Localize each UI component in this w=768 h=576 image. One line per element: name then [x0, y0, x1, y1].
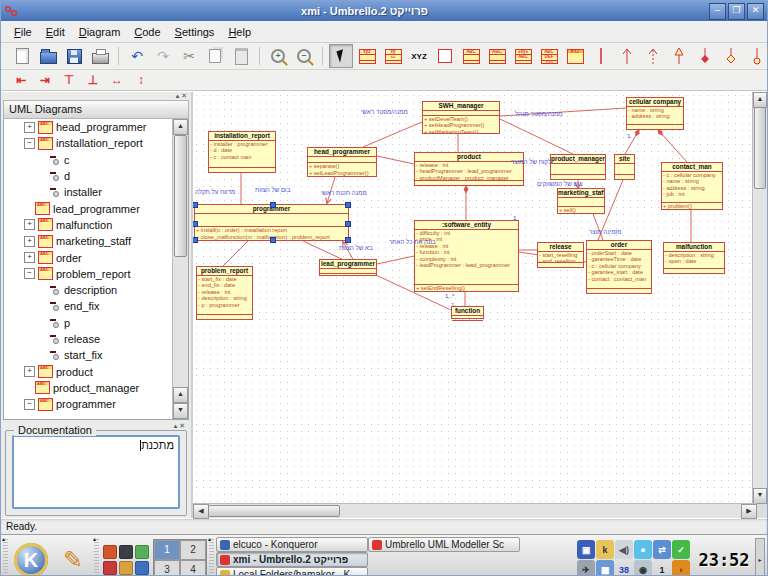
menu-help[interactable]: Help: [221, 24, 258, 40]
selection-handle[interactable]: [345, 237, 351, 243]
home-icon[interactable]: [103, 545, 117, 559]
applet-handle[interactable]: [3, 539, 8, 576]
tree-item-end_fix[interactable]: end_fix: [4, 298, 173, 314]
uml-class-problem_report[interactable]: problem_report- start_fix : date- end_fi…: [196, 266, 253, 320]
generalization-button[interactable]: [667, 44, 691, 68]
tree-item-c[interactable]: c: [4, 152, 173, 168]
tree-item-lead_programmer[interactable]: lead_programmer: [4, 200, 173, 216]
dock-close-icon[interactable]: ✕: [179, 422, 185, 429]
tree-item-product_manager[interactable]: product_manager: [4, 380, 173, 396]
selection-handle[interactable]: [345, 202, 351, 208]
task-umbrello[interactable]: xmi - Umbrello.2 פרוייקט: [216, 552, 368, 567]
undo-button[interactable]: ↶: [125, 44, 149, 68]
uml-class-release[interactable]: release- start_reselling- end_reselling: [537, 242, 584, 268]
dock-float-icon[interactable]: ▴: [174, 422, 178, 429]
kteatime-icon[interactable]: [119, 561, 133, 575]
tree-item-problem_report[interactable]: −problem_report: [4, 266, 173, 282]
task-umbrello[interactable]: Umbrello UML Modeller Sc: [368, 537, 520, 552]
uml-class-cellularcompany[interactable]: cellular company- name : string- address…: [626, 97, 684, 130]
canvas-vscrollbar[interactable]: ▲ ▼: [752, 92, 767, 504]
close-button[interactable]: ✕: [747, 3, 764, 20]
menu-diagram[interactable]: Diagram: [72, 24, 128, 40]
tree-item-head_programmer[interactable]: +head_programmer: [4, 119, 173, 135]
align-left-button[interactable]: ⇤: [11, 72, 31, 88]
align-top-button[interactable]: ⊤: [59, 72, 79, 88]
titlebar[interactable]: xmi - Umbrello.2 פרוייקט – ❐ ✕: [1, 1, 767, 21]
select-cursor-button[interactable]: [329, 44, 353, 68]
collapse-icon[interactable]: −: [24, 268, 35, 279]
kopete-icon[interactable]: ●: [634, 540, 652, 559]
interface-abc-button[interactable]: "ABC": [485, 44, 509, 68]
tree-item-description[interactable]: description: [4, 282, 173, 298]
redo-button[interactable]: ↷: [151, 44, 175, 68]
applet-handle[interactable]: [94, 539, 99, 576]
documentation-input[interactable]: מתכנת: [12, 435, 180, 509]
tree-item-installation_report[interactable]: −installation_report: [4, 135, 173, 151]
expand-icon[interactable]: +: [24, 236, 35, 247]
juk-icon[interactable]: ◗: [672, 560, 690, 576]
selection-handle[interactable]: [345, 221, 351, 227]
badge-38-icon[interactable]: 38: [615, 560, 633, 576]
selection-handle[interactable]: [193, 202, 198, 208]
keyboard-flag-icon[interactable]: ▣: [577, 540, 595, 559]
cd-player-icon[interactable]: ◉: [634, 560, 652, 576]
association-button[interactable]: [589, 44, 613, 68]
new-file-button[interactable]: [10, 44, 34, 68]
kpilot-icon[interactable]: ✈: [577, 560, 595, 576]
association-line[interactable]: [223, 241, 248, 266]
uml-class-function[interactable]: function: [451, 306, 484, 319]
uml-class-head_programmer[interactable]: head_programmer+ separate()+ setLeadProg…: [307, 147, 377, 177]
menu-file[interactable]: File: [7, 24, 39, 40]
tree-item-order[interactable]: +order: [4, 249, 173, 265]
tree-item-marketing_staff[interactable]: +marketing_staff: [4, 233, 173, 249]
scroll-up-icon[interactable]: ▲: [173, 387, 188, 403]
update-check-icon[interactable]: ✓: [672, 540, 690, 559]
align-bottom-button[interactable]: ⊥: [83, 72, 103, 88]
composition-button[interactable]: [693, 44, 717, 68]
tree-item-release[interactable]: release: [4, 331, 173, 347]
tree-item-product[interactable]: +product: [4, 363, 173, 379]
tree-scrollbar[interactable]: ▲ ▲ ▼: [172, 119, 188, 419]
enum-list-button[interactable]: ABCDEF123: [537, 44, 561, 68]
tree-item-start_fix[interactable]: start_fix: [4, 347, 173, 363]
uml-class-order[interactable]: order- orderStart : date- garanteeTime :…: [586, 240, 652, 294]
selection-handle[interactable]: [193, 221, 198, 227]
tree-item-installer[interactable]: installer: [4, 184, 173, 200]
print-button[interactable]: [88, 44, 112, 68]
desktop-4[interactable]: 4: [180, 560, 206, 576]
applet-handle[interactable]: [209, 539, 214, 576]
uml-class-software_entity[interactable]: :software_entity- difficulty : int- pric…: [414, 220, 519, 292]
collapse-icon[interactable]: −: [24, 399, 35, 410]
save-file-button[interactable]: [62, 44, 86, 68]
share-icon[interactable]: [135, 545, 149, 559]
klipper-icon[interactable]: k: [596, 540, 614, 559]
uml-class-programmer[interactable]: programmer+ install(o : order) : install…: [194, 204, 349, 241]
scroll-down-icon[interactable]: ▼: [173, 403, 188, 419]
text-xyz-button[interactable]: XYZ: [407, 44, 431, 68]
open-file-button[interactable]: [36, 44, 60, 68]
distribute-horizontal-button[interactable]: ↔: [107, 72, 127, 88]
volume-icon[interactable]: ◀): [615, 540, 633, 559]
uml-class-product_manager[interactable]: product_manager: [550, 154, 606, 180]
uml-class-SWH_manager[interactable]: SWH_manager+ setDevelTeam()+ setHeadProg…: [422, 101, 500, 134]
class-abc-button[interactable]: ABC: [459, 44, 483, 68]
datatype-abc-button[interactable]: «xy»ABC: [511, 44, 535, 68]
association-line[interactable]: [363, 122, 422, 147]
uml-class-malfunction[interactable]: malfunction- description : string- open …: [663, 242, 725, 274]
uml-class-lead_programmer[interactable]: lead_programmer: [319, 259, 377, 276]
desktop-2[interactable]: 2: [180, 540, 206, 560]
dock-close-icon[interactable]: ✕: [181, 92, 187, 99]
minimize-button[interactable]: –: [709, 3, 726, 20]
expand-icon[interactable]: +: [24, 122, 35, 133]
association-line[interactable]: [658, 130, 687, 162]
badge-1-icon[interactable]: 1: [653, 560, 671, 576]
desktop-1[interactable]: 1: [154, 540, 180, 560]
class-xyz-button[interactable]: xyz: [355, 44, 379, 68]
zoom-out-button[interactable]: −: [292, 44, 316, 68]
menu-settings[interactable]: Settings: [168, 24, 222, 40]
copy-button[interactable]: [203, 44, 227, 68]
maximize-button[interactable]: ❐: [728, 3, 745, 20]
expand-icon[interactable]: +: [24, 252, 35, 263]
uml-class-product[interactable]: product- release : int- headProgrammer :…: [414, 152, 524, 186]
tree-scroll-thumb[interactable]: [174, 135, 187, 257]
